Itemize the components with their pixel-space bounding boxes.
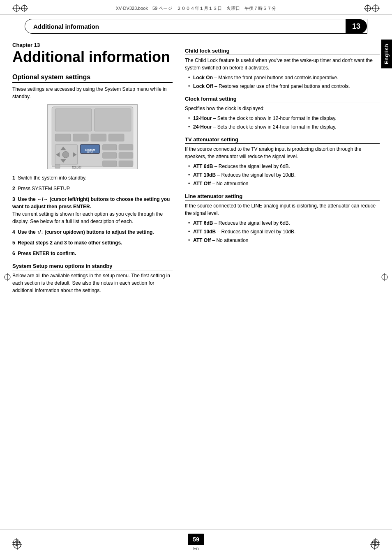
bullet-list-0: Lock On – Makes the front panel buttons … (185, 74, 380, 90)
device-image: SYSTEM SETUP – MASTER VOLUME + (47, 104, 138, 169)
header-title-area: Additional information (25, 19, 346, 33)
bullet-item-0-1: Lock Off – Restores regular use of the f… (188, 83, 380, 90)
svg-rect-17 (91, 134, 106, 141)
bullet-item-3-0: ATT 6dB – Reduces the signal level by 6d… (188, 219, 380, 227)
system-setup-menu-heading: System Setup menu options in standby (12, 263, 173, 270)
step-3: 3 Use the ←/→ (cursor left/right) button… (12, 196, 173, 225)
svg-rect-29 (119, 144, 133, 150)
top-inner-right-reg (364, 5, 371, 12)
subsection-body-0: The Child Lock feature is useful when yo… (185, 57, 380, 71)
top-marks-area: XV-DV323.book 59 ページ ２００４年１月１３日 火曜日 午後７時… (0, 0, 392, 15)
subsection-heading-3: Line attenuator setting (185, 193, 380, 200)
right-subsections-container: Child lock settingThe Child Lock feature… (185, 48, 380, 244)
svg-rect-28 (103, 144, 117, 150)
svg-rect-33 (119, 161, 133, 166)
header-chapter-number: 13 (346, 19, 367, 33)
header-title: Additional information (33, 23, 99, 30)
main-content: Chapter 13 Additional information Option… (0, 34, 392, 305)
right-subsection-3: Line attenuator settingIf the source con… (185, 193, 380, 244)
bullet-item-1-1: 24-Hour – Sets the clock to show in 24-h… (188, 123, 380, 131)
right-subsection-0: Child lock settingThe Child Lock feature… (185, 48, 380, 90)
subsection-body-1: Specifies how the clock is displayed: (185, 105, 380, 112)
svg-rect-15 (55, 134, 71, 141)
svg-text:VOLUME: VOLUME (72, 168, 81, 169)
svg-rect-30 (103, 152, 117, 158)
optional-system-settings-heading: Optional system settings (12, 74, 173, 83)
bottom-marks-area: 59 En (0, 529, 392, 555)
right-edge-reg-mark (380, 273, 389, 282)
bullet-item-3-1: ATT 10dB – Reduces the signal level by 1… (188, 228, 380, 235)
top-inner-left-reg (21, 5, 28, 12)
svg-rect-31 (119, 152, 133, 158)
page-wrapper: XV-DV323.book 59 ページ ２００４年１月１３日 火曜日 午後７時… (0, 0, 392, 555)
subsection-body-2: If the source connected to the TV analog… (185, 145, 380, 160)
top-left-reg-mark (12, 4, 21, 12)
bullet-item-2-1: ATT 10dB – Reduces the signal level by 1… (188, 171, 380, 179)
book-reference: XV-DV323.book 59 ページ ２００４年１月１３日 火曜日 午後７時… (36, 5, 356, 12)
step-1: 1 Switch the system into standby. (12, 174, 173, 182)
right-subsection-1: Clock format settingSpecifies how the cl… (185, 96, 380, 131)
right-column: Child lock settingThe Child Lock feature… (185, 42, 380, 297)
top-right-reg-mark (371, 4, 380, 12)
bullet-item-3-2: ATT Off – No attenuation (188, 237, 380, 244)
system-setup-menu-body: Below are all the available settings in … (12, 272, 173, 294)
svg-rect-18 (108, 134, 124, 141)
chapter-main-title: Additional information (12, 49, 173, 65)
left-edge-reg-mark (3, 273, 12, 282)
bullet-item-1-0: 12-Hour – Sets the clock to show in 12-h… (188, 115, 380, 122)
svg-rect-13 (55, 108, 92, 131)
right-subsection-2: TV attenuator settingIf the source conne… (185, 136, 380, 187)
bullet-list-3: ATT 6dB – Reduces the signal level by 6d… (185, 219, 380, 244)
bottom-right-corner-reg (370, 540, 380, 551)
chapter-label: Chapter 13 (12, 42, 173, 48)
svg-rect-38 (55, 164, 60, 168)
header-bar: Additional information 13 (25, 19, 367, 34)
bullet-list-2: ATT 6dB – Reduces the signal level by 6d… (185, 163, 380, 187)
bottom-left-corner-reg (12, 540, 22, 551)
bullet-item-2-2: ATT Off – No attenuation (188, 180, 380, 187)
bullet-item-2-0: ATT 6dB – Reduces the signal level by 6d… (188, 163, 380, 170)
svg-rect-32 (103, 161, 117, 166)
subsection-heading-1: Clock format setting (185, 96, 380, 103)
svg-text:+: + (80, 166, 82, 168)
svg-text:SYSTEM: SYSTEM (85, 148, 95, 151)
bullet-list-1: 12-Hour – Sets the clock to show in 12-h… (185, 115, 380, 131)
subsection-heading-0: Child lock setting (185, 48, 380, 55)
svg-rect-16 (73, 134, 89, 141)
left-column: Chapter 13 Additional information Option… (12, 42, 173, 297)
svg-rect-14 (95, 108, 131, 131)
step-2: 2 Press SYSTEM SETUP. (12, 185, 173, 192)
step-5: 5 Repeat steps 2 and 3 to make other set… (12, 239, 173, 246)
optional-system-settings-body: These settings are accessed by using the… (12, 85, 173, 100)
bullet-item-0-0: Lock On – Makes the front panel buttons … (188, 74, 380, 81)
subsection-body-3: If the source connected to the LINE anal… (185, 202, 380, 217)
step-6: 6 Press ENTER to confirm. (12, 250, 173, 257)
svg-text:MASTER: MASTER (72, 166, 81, 168)
subsection-heading-2: TV attenuator setting (185, 136, 380, 144)
step-4: 4 Use the ↑/↓ (cursor up/down) buttons t… (12, 228, 173, 236)
page-en-label: En (193, 546, 198, 551)
svg-text:SETUP: SETUP (87, 151, 94, 153)
svg-point-24 (62, 151, 69, 158)
steps-container: 1 Switch the system into standby. 2 Pres… (12, 174, 173, 257)
page-number: 59 (188, 534, 204, 545)
